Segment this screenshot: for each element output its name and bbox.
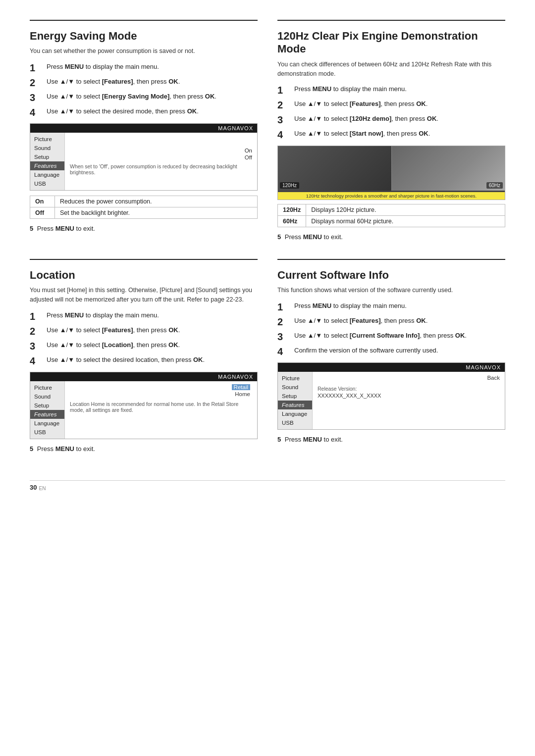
hz-desc-60: Displays normal 60Hz picture. <box>306 216 505 227</box>
location-menu: MAGNAVOX Picture Sound Setup Features La… <box>30 372 258 439</box>
loc-menu-item-features: Features <box>30 410 64 419</box>
hz-step-text-1: Press MENU to display the main menu. <box>294 84 407 94</box>
step-text-2: Use ▲/▼ to select [Features], then press… <box>47 77 180 87</box>
hz-step-1: 1 Press MENU to display the main menu. <box>277 84 505 96</box>
hz-step-text-3: Use ▲/▼ to select [120Hz demo], then pre… <box>294 114 438 124</box>
software-steps: 1 Press MENU to display the main menu. 2… <box>277 301 505 357</box>
hz-row-60: 60Hz Displays normal 60Hz picture. <box>278 216 505 227</box>
hz-row-120: 120Hz Displays 120Hz picture. <box>278 204 505 216</box>
sw-menu-item-usb: USB <box>278 418 312 427</box>
loc-step-num-3: 3 <box>30 340 44 352</box>
software-menu: MAGNAVOX Picture Sound Setup Features La… <box>277 362 505 430</box>
hz-desc-120: Displays 120Hz picture. <box>306 204 505 216</box>
hz-step5: 5 Press MENU to exit. <box>277 232 505 242</box>
table-row-on: On Reduces the power consumption. <box>30 196 258 207</box>
hz-caption: 120Hz technology provides a smoother and… <box>278 192 505 200</box>
loc-step-2: 2 Use ▲/▼ to select [Features], then pre… <box>30 325 258 337</box>
step-num-2: 2 <box>30 77 44 89</box>
hz-demo-desc: You can check differences of between 60H… <box>277 60 505 79</box>
loc-menu-item-language: Language <box>30 419 64 428</box>
hz-step-3: 3 Use ▲/▼ to select [120Hz demo], then p… <box>277 114 505 126</box>
menu-note: When set to 'Off', power consumption is … <box>70 163 252 175</box>
menu-item-picture: Picture <box>30 135 64 144</box>
energy-saving-desc: You can set whether the power consumptio… <box>30 47 258 56</box>
menu-body: Picture Sound Setup Features Language US… <box>30 133 257 190</box>
menu-item-sound: Sound <box>30 144 64 152</box>
option-on-label: On <box>245 148 252 153</box>
hz-demo-inner: 120Hz 60Hz <box>278 146 505 191</box>
hz-step-num-1: 1 <box>277 84 291 96</box>
loc-menu-item-sound: Sound <box>30 392 64 401</box>
menu-item-features: Features <box>30 161 64 170</box>
energy-saving-menu: MAGNAVOX Picture Sound Setup Features La… <box>30 123 258 191</box>
energy-step5: 5 Press MENU to exit. <box>30 224 258 234</box>
sw-step-2: 2 Use ▲/▼ to select [Features], then pre… <box>277 316 505 328</box>
sw-step-1: 1 Press MENU to display the main menu. <box>277 301 505 313</box>
sw-step-num-3: 3 <box>277 331 291 343</box>
energy-saving-title: Energy Saving Mode <box>30 30 258 43</box>
hz-demo-image: 120Hz 60Hz 120Hz technology provides a s… <box>277 146 505 200</box>
menu-brand: MAGNAVOX <box>30 124 257 133</box>
sw-step-text-2: Use ▲/▼ to select [Features], then press… <box>294 316 428 326</box>
loc-step-text-2: Use ▲/▼ to select [Features], then press… <box>47 325 180 335</box>
energy-saving-section: Energy Saving Mode You can set whether t… <box>30 20 258 254</box>
sw-step-3: 3 Use ▲/▼ to select [Current Software In… <box>277 331 505 343</box>
label-on: On <box>30 196 55 207</box>
software-info-title: Current Software Info <box>277 269 505 282</box>
hz-left-panel: 120Hz <box>278 146 392 191</box>
step-4: 4 Use ▲/▼ to select the desired mode, th… <box>30 106 258 118</box>
desc-off: Set the backlight brighter. <box>55 207 258 219</box>
location-options: Retail Home <box>70 384 252 398</box>
location-menu-note: Location Home is recommended for normal … <box>70 401 252 413</box>
desc-on: Reduces the power consumption. <box>55 196 258 207</box>
sw-step-text-3: Use ▲/▼ to select [Current Software Info… <box>294 331 467 341</box>
software-menu-right: Back Release Version: XXXXXXX_XXX_X_XXXX <box>313 372 505 429</box>
sw-menu-item-sound: Sound <box>278 383 312 392</box>
location-desc: You must set [Home] in this setting. Oth… <box>30 286 258 304</box>
hz-step-text-2: Use ▲/▼ to select [Features], then press… <box>294 99 428 109</box>
loc-step-num-4: 4 <box>30 355 44 367</box>
sw-menu-item-features: Features <box>278 401 312 409</box>
step-2: 2 Use ▲/▼ to select [Features], then pre… <box>30 77 258 89</box>
hz-step-text-4: Use ▲/▼ to select [Start now], then pres… <box>294 129 430 139</box>
menu-item-language: Language <box>30 170 64 179</box>
step-num-3: 3 <box>30 92 44 103</box>
loc-step-num-2: 2 <box>30 325 44 337</box>
sw-step-4: 4 Confirm the version of the software cu… <box>277 346 505 357</box>
location-section: Location You must set [Home] in this set… <box>30 259 258 465</box>
software-release-value: XXXXXXX_XXX_X_XXXX <box>318 393 500 399</box>
hz-step-4: 4 Use ▲/▼ to select [Start now], then pr… <box>277 129 505 141</box>
loc-step-text-4: Use ▲/▼ to select the desired location, … <box>47 355 205 365</box>
step-num-1: 1 <box>30 62 44 74</box>
step-text-4: Use ▲/▼ to select the desired mode, then… <box>47 106 199 116</box>
hz-demo-title: 120Hz Clear Pix Engine Demonstration Mod… <box>277 30 505 56</box>
loc-step-num-1: 1 <box>30 310 44 322</box>
location-option-retail: Retail <box>232 384 250 390</box>
option-off-label: Off <box>245 154 252 160</box>
menu-right: On Off When set to 'Off', power consumpt… <box>65 133 257 190</box>
sw-step-num-4: 4 <box>277 346 291 357</box>
sw-step-text-4: Confirm the version of the software curr… <box>294 346 438 355</box>
software-back-option: Back <box>487 375 500 381</box>
sw-step-num-2: 2 <box>277 316 291 328</box>
loc-step-text-3: Use ▲/▼ to select [Location], then press… <box>47 340 180 350</box>
software-menu-brand: MAGNAVOX <box>278 363 505 372</box>
table-row-off: Off Set the backlight brighter. <box>30 207 258 219</box>
page-lang: EN <box>39 486 46 491</box>
loc-step-3: 3 Use ▲/▼ to select [Location], then pre… <box>30 340 258 352</box>
menu-item-usb: USB <box>30 179 64 188</box>
loc-menu-item-usb: USB <box>30 428 64 437</box>
step-num-4: 4 <box>30 106 44 118</box>
hz-label-120: 120Hz <box>278 204 306 216</box>
option-on: On <box>70 148 252 153</box>
sw-menu-item-language: Language <box>278 409 312 418</box>
loc-menu-item-setup: Setup <box>30 401 64 410</box>
location-title: Location <box>30 269 258 282</box>
page-footer: 30 EN <box>30 480 505 491</box>
location-option-home: Home <box>235 391 250 397</box>
software-menu-body: Picture Sound Setup Features Language US… <box>278 372 505 429</box>
loc-step-text-1: Press MENU to display the main menu. <box>47 310 159 320</box>
sw-menu-item-setup: Setup <box>278 392 312 401</box>
hz-right-label: 60Hz <box>486 182 503 189</box>
hz-demo-steps: 1 Press MENU to display the main menu. 2… <box>277 84 505 141</box>
